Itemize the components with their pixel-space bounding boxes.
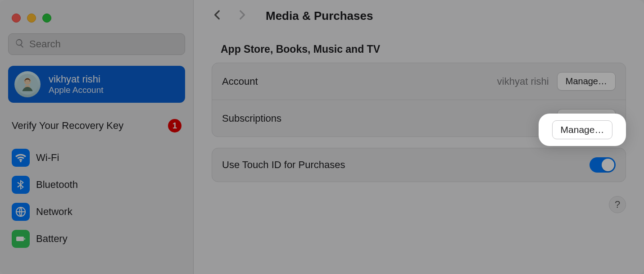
sidebar-item-label: Battery (36, 233, 68, 245)
alert-badge: 1 (168, 119, 181, 132)
sidebar-item-label: Network (36, 206, 73, 218)
window-controls (8, 9, 185, 33)
account-name: vikhyat rishi (49, 73, 103, 85)
forward-button (236, 8, 248, 23)
search-icon (15, 38, 25, 50)
sidebar-nav: Wi-Fi Bluetooth Network Battery (8, 145, 185, 251)
touchid-toggle[interactable] (590, 157, 616, 173)
section-title: App Store, Books, Music and TV (221, 43, 626, 55)
touchid-card: Use Touch ID for Purchases (212, 148, 626, 182)
search-field[interactable] (8, 33, 185, 55)
sidebar-item-battery[interactable]: Battery (8, 226, 185, 251)
appstore-card: Account vikhyat rishi Manage… Subscripti… (212, 63, 626, 137)
sidebar-item-network[interactable]: Network (8, 199, 185, 224)
svg-rect-5 (24, 238, 25, 240)
apple-account-card[interactable]: vikhyat rishi Apple Account (8, 66, 185, 103)
svg-rect-4 (16, 237, 24, 241)
battery-icon (12, 230, 30, 248)
manage-subscriptions-button[interactable]: Manage… (557, 109, 616, 128)
manage-account-button[interactable]: Manage… (557, 72, 616, 91)
network-icon (12, 203, 30, 221)
page-title: Media & Purchases (266, 9, 373, 23)
account-value: vikhyat rishi (497, 76, 549, 87)
fullscreen-icon[interactable] (42, 14, 51, 23)
search-input[interactable] (29, 38, 178, 50)
main-pane: Media & Purchases App Store, Books, Musi… (194, 0, 644, 274)
row-label: Subscriptions (222, 113, 281, 124)
bluetooth-icon (12, 176, 30, 194)
account-subtitle: Apple Account (49, 85, 103, 95)
header: Media & Purchases (212, 8, 626, 23)
recovery-label: Verify Your Recovery Key (12, 120, 123, 132)
sidebar-item-bluetooth[interactable]: Bluetooth (8, 172, 185, 197)
row-label: Account (222, 76, 258, 87)
close-icon[interactable] (12, 14, 21, 23)
sidebar-item-label: Wi-Fi (36, 152, 59, 164)
help-button[interactable]: ? (609, 196, 626, 213)
sidebar: vikhyat rishi Apple Account Verify Your … (0, 0, 194, 274)
sidebar-item-label: Bluetooth (36, 179, 78, 191)
row-subscriptions: Subscriptions Manage… (212, 100, 626, 137)
minimize-icon[interactable] (27, 14, 36, 23)
avatar (14, 71, 41, 97)
wifi-icon (12, 149, 30, 167)
row-touchid: Use Touch ID for Purchases (212, 148, 626, 182)
recovery-key-alert[interactable]: Verify Your Recovery Key 1 (8, 116, 185, 145)
row-label: Use Touch ID for Purchases (222, 159, 345, 171)
sidebar-item-wifi[interactable]: Wi-Fi (8, 145, 185, 170)
row-account: Account vikhyat rishi Manage… (212, 63, 626, 100)
back-button[interactable] (212, 8, 223, 23)
